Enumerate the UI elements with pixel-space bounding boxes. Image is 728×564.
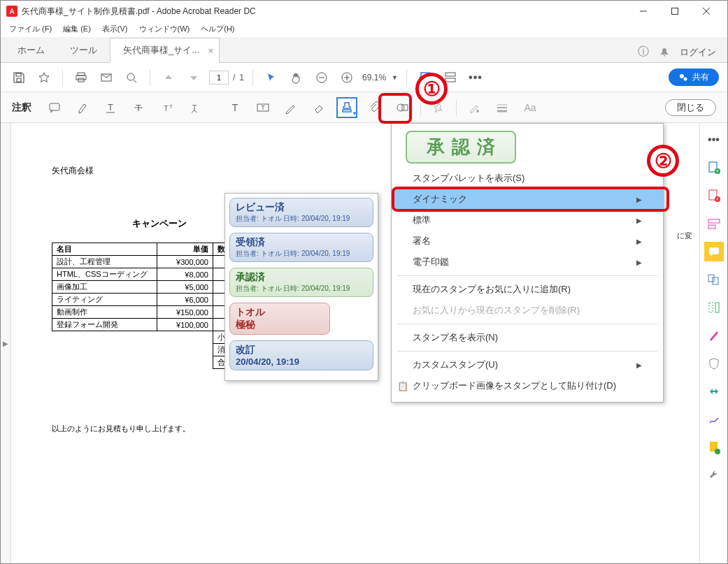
strikethrough-icon[interactable]: T xyxy=(128,97,149,118)
eraser-icon[interactable] xyxy=(308,97,329,118)
page-indicator: / 1 xyxy=(209,71,244,85)
mail-icon[interactable] xyxy=(97,68,116,87)
textbox-icon[interactable]: T xyxy=(252,97,273,118)
svg-rect-50 xyxy=(709,303,713,312)
estimate-table: 名目単価数 設計、工程管理¥300,000 HTML、CSSコーディング¥8,0… xyxy=(52,243,230,369)
create-pdf-icon[interactable]: + xyxy=(704,158,724,178)
right-tool-1[interactable]: ••• xyxy=(704,130,724,150)
table-row: 合 xyxy=(52,356,230,369)
share-button[interactable]: 共有 xyxy=(669,68,719,86)
color-icon[interactable] xyxy=(464,97,485,118)
bell-icon[interactable] xyxy=(659,47,670,58)
login-link[interactable]: ログイン xyxy=(680,46,716,59)
maximize-button[interactable] xyxy=(659,1,690,22)
menu-separator xyxy=(397,275,657,276)
underline-text-icon[interactable]: T xyxy=(100,97,121,118)
sticky-note-icon[interactable] xyxy=(44,97,65,118)
compress-icon[interactable] xyxy=(704,382,724,401)
menu-custom[interactable]: カスタムスタンプ(U)▶ xyxy=(392,354,663,375)
close-window-button[interactable] xyxy=(690,1,722,22)
svg-rect-34 xyxy=(402,105,408,110)
font-icon[interactable]: Aa xyxy=(520,97,541,118)
comment-toolbar: 注釈 T T TT T T T ▼ Aa 閉じる xyxy=(1,92,727,123)
organize-icon[interactable] xyxy=(704,298,724,317)
stamp-item-approved[interactable]: 承認済担当者: トオル 日時: 20/04/20, 19:19 xyxy=(229,268,373,297)
star-icon[interactable] xyxy=(34,68,54,87)
svg-rect-48 xyxy=(708,275,714,282)
convert-icon[interactable] xyxy=(704,438,724,457)
menu-show-name[interactable]: スタンプ名を表示(N) xyxy=(392,327,663,348)
insert-text-icon[interactable]: T xyxy=(184,97,205,118)
menu-signature[interactable]: 署名▶ xyxy=(392,231,663,252)
title-bar: A 矢代商事様_サイト制作見積書.pdf - Adobe Acrobat Rea… xyxy=(1,1,727,22)
zoom-level[interactable]: 69.1% xyxy=(362,73,386,82)
line-weight-icon[interactable] xyxy=(492,97,513,118)
minimize-button[interactable] xyxy=(627,1,659,22)
comment-tool-icon[interactable] xyxy=(704,242,724,261)
help-icon[interactable]: ⓘ xyxy=(638,45,649,59)
submenu-arrow-icon: ▶ xyxy=(636,361,642,369)
menu-stamp-palette[interactable]: スタンプパレットを表示(S) xyxy=(392,168,663,189)
menu-separator xyxy=(397,324,657,324)
more-icon[interactable]: ••• xyxy=(466,68,485,87)
tab-close-icon[interactable]: × xyxy=(208,45,213,56)
fill-sign-icon[interactable] xyxy=(704,410,724,429)
menu-view[interactable]: 表示(V) xyxy=(97,22,134,37)
left-rail[interactable]: ▶ xyxy=(1,123,11,563)
hand-icon[interactable] xyxy=(287,68,306,87)
tab-home[interactable]: ホーム xyxy=(5,38,57,62)
menu-help[interactable]: ヘルプ(H) xyxy=(195,22,240,37)
comment-label: 注釈 xyxy=(12,101,31,114)
redact-icon[interactable] xyxy=(704,326,724,345)
replace-text-icon[interactable]: TT xyxy=(156,97,177,118)
export-pdf-icon[interactable]: + xyxy=(704,186,724,205)
highlight-icon[interactable] xyxy=(72,97,93,118)
menu-dynamic[interactable]: ダイナミック▶ xyxy=(392,189,663,210)
menu-clipboard[interactable]: 📋クリップボード画像をスタンプとして貼り付け(D) xyxy=(392,375,663,396)
shapes-icon[interactable] xyxy=(392,97,413,118)
svg-rect-7 xyxy=(76,75,86,80)
pencil-icon[interactable] xyxy=(280,97,301,118)
page-total: 1 xyxy=(239,73,244,82)
tab-document[interactable]: 矢代商事様_サイ...× xyxy=(110,38,220,63)
pointer-icon[interactable] xyxy=(262,68,281,87)
menu-edit[interactable]: 編集 (E) xyxy=(57,22,97,37)
partial-text: に変 xyxy=(677,231,692,241)
search-icon[interactable] xyxy=(122,68,141,87)
stamp-item-confidential[interactable]: トオル極秘 xyxy=(229,303,330,335)
zoom-in-icon[interactable] xyxy=(337,68,357,87)
menu-seal[interactable]: 電子印鑑▶ xyxy=(392,252,663,273)
menu-standard[interactable]: 標準▶ xyxy=(392,210,663,231)
menu-separator xyxy=(397,351,657,352)
attach-icon[interactable] xyxy=(364,97,385,118)
edit-pdf-icon[interactable] xyxy=(704,214,724,233)
tab-tools[interactable]: ツール xyxy=(57,38,110,62)
svg-text:T: T xyxy=(169,103,173,110)
page-up-icon[interactable] xyxy=(159,68,178,87)
svg-rect-46 xyxy=(708,225,715,229)
menu-fav-add[interactable]: 現在のスタンプをお気に入りに追加(R) xyxy=(392,279,663,300)
svg-rect-6 xyxy=(78,73,85,75)
print-icon[interactable] xyxy=(71,68,91,87)
stamp-item-received[interactable]: 受領済担当者: トオル 日時: 20/04/20, 19:19 xyxy=(229,233,373,262)
page-down-icon[interactable] xyxy=(184,68,204,87)
stamp-tool-icon[interactable]: ▼ xyxy=(336,97,357,118)
stamp-item-reviewed[interactable]: レビュー済担当者: トオル 日時: 20/04/20, 19:19 xyxy=(229,198,373,227)
menu-window[interactable]: ウィンドウ(W) xyxy=(134,22,196,37)
menu-file[interactable]: ファイル (F) xyxy=(3,22,57,37)
submenu-arrow-icon: ▶ xyxy=(636,259,642,266)
svg-rect-51 xyxy=(715,303,719,312)
close-commentbar-button[interactable]: 閉じる xyxy=(665,99,716,116)
zoom-out-icon[interactable] xyxy=(312,68,331,87)
tab-bar: ホーム ツール 矢代商事様_サイ...× ⓘ ログイン xyxy=(1,37,727,63)
combine-icon[interactable] xyxy=(704,270,724,289)
page-input[interactable] xyxy=(209,71,229,85)
table-row: 画像加工¥5,000 xyxy=(52,281,230,294)
zoom-dropdown-icon[interactable]: ▼ xyxy=(392,74,398,81)
submenu-arrow-icon: ▶ xyxy=(636,196,642,203)
save-icon[interactable] xyxy=(9,68,29,87)
stamp-item-revised[interactable]: 改訂20/04/20, 19:19 xyxy=(229,340,373,370)
text-icon[interactable]: T xyxy=(224,97,245,118)
protect-icon[interactable] xyxy=(704,354,724,373)
more-tools-icon[interactable] xyxy=(704,465,724,485)
